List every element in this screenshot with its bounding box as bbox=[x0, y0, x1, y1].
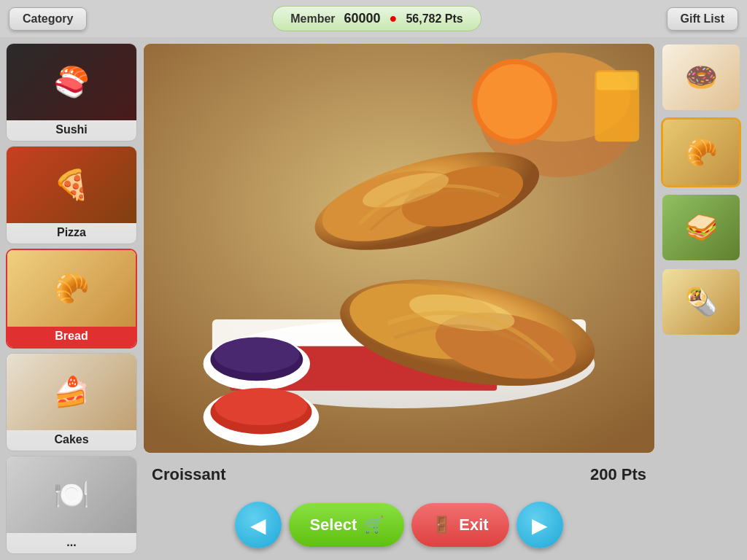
main-image bbox=[144, 44, 654, 453]
main-area: 🍣Sushi🍕Pizza🥐Bread🍰Cakes🍽️... bbox=[0, 37, 747, 560]
gift-list-button[interactable]: Gift List bbox=[667, 7, 738, 31]
pts-dot: ● bbox=[390, 11, 398, 26]
item-pts: 200 Pts bbox=[590, 465, 646, 484]
gift-item-sub[interactable]: 🌯 bbox=[661, 268, 741, 336]
category-button[interactable]: Category bbox=[9, 7, 87, 31]
next-button[interactable]: ▶ bbox=[516, 502, 563, 548]
center-content: Croissant 200 Pts ◀ Select 🛒 🚪 Exit ▶ bbox=[143, 43, 655, 554]
right-arrow-icon: ▶ bbox=[532, 513, 548, 537]
category-label-pizza: Pizza bbox=[7, 223, 136, 244]
member-info: Member 60000 ● 56,782 Pts bbox=[272, 6, 481, 31]
svg-point-4 bbox=[477, 64, 551, 139]
category-image-pizza: 🍕 bbox=[7, 147, 136, 223]
category-item-pizza[interactable]: 🍕Pizza bbox=[6, 146, 137, 244]
svg-point-23 bbox=[215, 388, 308, 425]
category-item-bread[interactable]: 🥐Bread bbox=[6, 249, 137, 349]
item-name: Croissant bbox=[152, 465, 225, 484]
exit-label: Exit bbox=[459, 516, 488, 534]
gift-item-croissant[interactable]: 🥐 bbox=[661, 117, 741, 187]
category-image-bread: 🥐 bbox=[7, 250, 136, 327]
category-label-more: ... bbox=[7, 533, 136, 553]
category-sidebar: 🍣Sushi🍕Pizza🥐Bread🍰Cakes🍽️... bbox=[6, 43, 137, 554]
category-label-sushi: Sushi bbox=[7, 120, 136, 141]
category-item-sushi[interactable]: 🍣Sushi bbox=[6, 43, 137, 141]
gift-image-sub: 🌯 bbox=[662, 269, 740, 335]
member-id: 60000 bbox=[344, 11, 381, 26]
left-arrow-icon: ◀ bbox=[250, 513, 266, 537]
gift-image-donut: 🍩 bbox=[662, 44, 740, 110]
cart-icon: 🛒 bbox=[364, 516, 384, 534]
gift-image-sandwich: 🥪 bbox=[662, 195, 740, 260]
gift-list-sidebar: 🍩🥐🥪🌯 bbox=[661, 43, 741, 554]
gift-item-donut[interactable]: 🍩 bbox=[661, 43, 741, 112]
header: Category Member 60000 ● 56,782 Pts Gift … bbox=[0, 0, 747, 37]
item-info: Croissant 200 Pts bbox=[143, 459, 655, 490]
category-image-sushi: 🍣 bbox=[7, 44, 136, 120]
pts-value: 56,782 Pts bbox=[406, 12, 462, 26]
svg-rect-6 bbox=[597, 72, 638, 90]
bottom-bar: ◀ Select 🛒 🚪 Exit ▶ bbox=[143, 496, 655, 554]
category-label-bread: Bread bbox=[7, 327, 136, 347]
category-label-cakes: Cakes bbox=[7, 430, 136, 451]
select-label: Select bbox=[309, 516, 357, 534]
gift-item-sandwich[interactable]: 🥪 bbox=[661, 193, 741, 262]
category-image-more: 🍽️ bbox=[7, 456, 136, 533]
food-scene-svg bbox=[144, 44, 654, 453]
main-image-container bbox=[143, 43, 655, 454]
category-image-cakes: 🍰 bbox=[7, 354, 136, 430]
gift-image-croissant: 🥐 bbox=[663, 120, 739, 185]
category-item-more[interactable]: 🍽️... bbox=[6, 456, 137, 554]
select-button[interactable]: Select 🛒 bbox=[289, 503, 404, 547]
category-item-cakes[interactable]: 🍰Cakes bbox=[6, 353, 137, 451]
exit-icon: 🚪 bbox=[432, 516, 452, 534]
prev-button[interactable]: ◀ bbox=[235, 502, 282, 548]
svg-point-20 bbox=[214, 337, 299, 373]
exit-button[interactable]: 🚪 Exit bbox=[411, 503, 508, 547]
member-label: Member bbox=[290, 12, 335, 26]
